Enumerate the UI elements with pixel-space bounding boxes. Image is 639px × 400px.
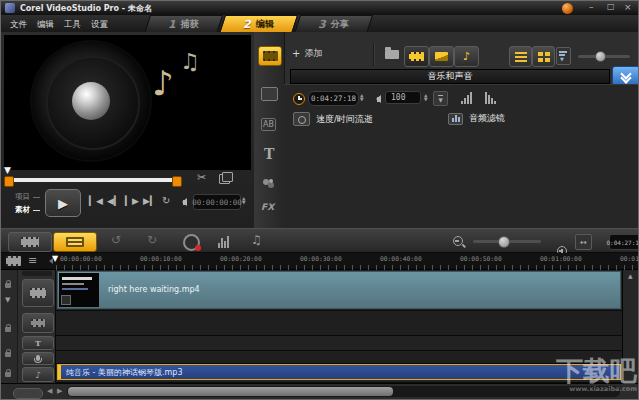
- voice-track-row[interactable]: [56, 351, 622, 364]
- auto-music-icon[interactable]: ♫: [251, 233, 262, 247]
- trim-bar[interactable]: [8, 178, 176, 182]
- undo-button[interactable]: ↺: [111, 233, 121, 247]
- timeline-view-button[interactable]: [53, 232, 97, 252]
- maximize-button[interactable]: □: [607, 2, 615, 11]
- transition-category-icon[interactable]: AB: [261, 118, 276, 131]
- record-capture-option-icon[interactable]: [183, 234, 200, 251]
- title-track-button[interactable]: T: [22, 336, 54, 350]
- timeline-panel: ≡ 00:00:00:00 00:00:10:00 00:00:20:00 00…: [1, 253, 639, 400]
- go-to-start-button[interactable]: ▎◀: [89, 196, 103, 206]
- speed-timelapse-button[interactable]: 速度/时间流逝: [293, 112, 373, 126]
- repeat-button[interactable]: ↻: [162, 195, 170, 206]
- preview-playhead-marker[interactable]: ▼: [4, 165, 11, 175]
- voice-track-button[interactable]: [22, 352, 54, 365]
- split-clip-scissors-icon[interactable]: ✂: [197, 171, 206, 184]
- track-list-icon[interactable]: ≡: [28, 254, 37, 267]
- next-frame-button[interactable]: ▎▶: [125, 196, 139, 206]
- enlarge-preview-icon-back: [222, 172, 233, 182]
- corel-guide-icon[interactable]: [562, 3, 573, 14]
- instant-project-icon[interactable]: [261, 87, 278, 101]
- zoom-out-icon[interactable]: [453, 236, 463, 246]
- lock-icon[interactable]: [5, 372, 11, 377]
- timeline-zoom-slider-thumb[interactable]: [498, 236, 510, 248]
- volume-dropdown-button[interactable]: ▼: [433, 91, 448, 106]
- video-track-button[interactable]: [22, 279, 54, 307]
- timeline-scroll-mode-button[interactable]: [13, 388, 43, 399]
- add-button[interactable]: + 添加: [292, 47, 322, 60]
- lock-icon[interactable]: [5, 352, 11, 357]
- thumbnail-size-slider-thumb[interactable]: [595, 51, 606, 62]
- toolbar-timecode[interactable]: 0:04:27:18: [609, 234, 639, 250]
- timeline-hscrollbar-thumb[interactable]: [68, 387, 393, 396]
- scroll-left-button[interactable]: ◀: [47, 387, 52, 395]
- timeline-hscrollbar-track[interactable]: [67, 386, 620, 397]
- videostudio-window: Corel VideoStudio Pro - 未命名 – □ × 文件 编辑 …: [0, 0, 639, 400]
- go-to-end-button[interactable]: ▶▎: [143, 196, 157, 206]
- browse-folder-icon[interactable]: [385, 50, 399, 59]
- overlay-track-row[interactable]: [56, 311, 622, 336]
- project-mode-label[interactable]: 项目: [15, 192, 30, 202]
- close-button[interactable]: ×: [624, 2, 632, 12]
- duration-spinner[interactable]: ▲ ▼: [360, 91, 363, 104]
- thumbnail-view-button[interactable]: [532, 46, 555, 67]
- scroll-up-icon[interactable]: ▲: [628, 272, 633, 279]
- music-clip[interactable]: 纯音乐 - 美丽的神话钢琴版.mp3: [57, 364, 621, 380]
- menu-edit[interactable]: 编辑: [37, 19, 54, 31]
- fade-out-button[interactable]: [485, 91, 496, 104]
- timeline-bottom-bar: ◀ ▶: [1, 383, 639, 400]
- storyboard-view-button[interactable]: [8, 232, 52, 252]
- track-size-toggle[interactable]: [22, 271, 52, 276]
- fade-in-button[interactable]: [461, 91, 472, 104]
- sort-button[interactable]: ▼: [556, 47, 571, 65]
- spinner-down-icon[interactable]: ▼: [242, 201, 245, 205]
- volume-spinner[interactable]: ▲ ▼: [424, 91, 427, 104]
- scroll-right-button[interactable]: ▶: [57, 387, 62, 395]
- lock-icon[interactable]: [5, 327, 11, 332]
- menu-settings[interactable]: 设置: [91, 19, 108, 31]
- menu-file[interactable]: 文件: [10, 19, 27, 31]
- media-category-button[interactable]: [258, 46, 282, 66]
- project-clip-toggle[interactable]: 项目 素材: [15, 192, 40, 215]
- music-track-button[interactable]: ♪: [22, 367, 54, 382]
- spinner-down-icon[interactable]: ▼: [424, 98, 427, 102]
- menu-tools[interactable]: 工具: [64, 19, 81, 31]
- collapse-tracks-icon[interactable]: ▼: [5, 296, 10, 304]
- clip-mode-label[interactable]: 素材: [15, 205, 30, 215]
- category-title-bar[interactable]: 音乐和声音: [290, 69, 610, 84]
- minimize-button[interactable]: –: [589, 2, 594, 12]
- overlay-track-button[interactable]: [22, 313, 54, 333]
- spinner-down-icon[interactable]: ▼: [360, 98, 363, 102]
- lock-icon[interactable]: [5, 283, 11, 288]
- dropdown-icon: ▼: [438, 95, 442, 103]
- sound-mixer-icon[interactable]: [218, 235, 229, 248]
- ruler-label: 00:00:50:00: [460, 255, 502, 262]
- video-clip[interactable]: right here waiting.mp4: [57, 271, 621, 309]
- preview-timecode[interactable]: 00:00:00:00: [193, 194, 241, 210]
- fit-project-button[interactable]: ↔: [575, 234, 592, 250]
- collapse-panel-button[interactable]: [612, 66, 639, 86]
- timeline-playhead-icon[interactable]: ▼: [52, 254, 58, 263]
- filter-photo-button[interactable]: [429, 46, 454, 67]
- trim-handle-start[interactable]: [4, 176, 14, 187]
- title-bar: Corel VideoStudio Pro - 未命名 – □ ×: [1, 1, 638, 15]
- title-track-row[interactable]: [56, 336, 622, 351]
- trim-handle-end[interactable]: [172, 176, 182, 187]
- track-manager-icon[interactable]: [6, 256, 21, 266]
- filter-audio-button[interactable]: ♪: [454, 46, 479, 67]
- title-category-icon[interactable]: T: [264, 146, 274, 162]
- audio-filter-icon: [448, 113, 463, 125]
- timeline-ruler[interactable]: 00:00:00:00 00:00:10:00 00:00:20:00 00:0…: [56, 253, 639, 270]
- duration-field[interactable]: 0:04:27:18: [308, 91, 359, 106]
- graphic-category-icon[interactable]: [262, 178, 275, 189]
- toolbar-divider: [373, 44, 374, 66]
- preview-timecode-spinner[interactable]: ▲ ▼: [242, 194, 245, 208]
- volume-field[interactable]: 100: [385, 91, 421, 104]
- redo-button[interactable]: ↻: [147, 233, 157, 247]
- audio-filter-button[interactable]: 音频滤镜: [448, 112, 505, 125]
- play-button[interactable]: ▶: [45, 189, 81, 217]
- list-view-button[interactable]: [509, 46, 532, 67]
- filter-category-icon[interactable]: FX: [261, 202, 274, 212]
- previous-frame-button[interactable]: ◀▎: [107, 196, 121, 206]
- enlarge-preview-icon[interactable]: [219, 174, 230, 184]
- filter-video-button[interactable]: [404, 46, 429, 67]
